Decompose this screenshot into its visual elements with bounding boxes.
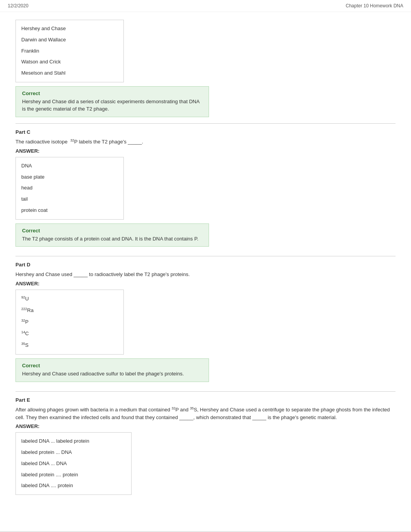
main-content: Hershey and Chase Darwin and Wallace Fra… (0, 12, 411, 520)
list-item[interactable]: 14C (16, 328, 123, 339)
list-item[interactable]: base plate (16, 172, 123, 183)
list-item[interactable]: 222Ra (16, 305, 123, 316)
parte-question-pre: After allowing phages grown with bacteri… (15, 407, 170, 413)
partd-answer-label: ANSWER: (15, 281, 396, 286)
parte-sup2: 35 (190, 406, 194, 410)
partb-answer-box: Hershey and Chase Darwin and Wallace Fra… (15, 20, 124, 82)
partd-correct-text: Hershey and Chase used radioactive sulfu… (22, 370, 202, 378)
partd-correct-label: Correct (22, 363, 202, 368)
page-title: Chapter 10 Homework DNA (346, 3, 403, 9)
parte-answer-label: ANSWER: (15, 423, 396, 429)
list-item[interactable]: labeled DNA .... protein (16, 480, 131, 491)
partc-question: The radioactive isotope 32P labels the T… (15, 138, 396, 146)
partc-super: 32 (70, 139, 74, 145)
list-item[interactable]: Darwin and Wallace (16, 34, 123, 46)
parte-section: Part E After allowing phages grown with … (15, 391, 396, 495)
partc-correct-box: Correct The T2 phage consists of a prote… (15, 223, 209, 247)
partd-answer-box: 92U 222Ra 32P 14C 35S (15, 290, 124, 355)
list-item[interactable]: labeled DNA ... labeled protein (16, 436, 131, 447)
parte-label: Part E (15, 397, 396, 403)
partd-section: Part D Hershey and Chase used _____ to r… (15, 256, 396, 382)
partd-question: Hershey and Chase used _____ to radioact… (15, 271, 396, 278)
parte-answer-box: labeled DNA ... labeled protein labeled … (15, 432, 132, 495)
list-item[interactable]: tail (16, 194, 123, 205)
list-item[interactable]: Hershey and Chase (16, 23, 123, 34)
partd-correct-box: Correct Hershey and Chase used radioacti… (15, 358, 209, 382)
date-label: 12/2/2020 (8, 3, 28, 9)
list-item[interactable]: Meselson and Stahl (16, 68, 123, 79)
list-item[interactable]: Watson and Crick (16, 56, 123, 68)
list-item[interactable]: 35S (16, 339, 123, 351)
list-item[interactable]: 32P (16, 316, 123, 328)
list-item[interactable]: labeled protein .... protein (16, 469, 131, 481)
partc-answer-label: ANSWER: (15, 148, 396, 154)
partc-label: Part C (15, 129, 396, 135)
partc-correct-text: The T2 phage consists of a protein coat … (22, 235, 202, 243)
list-item[interactable]: DNA (16, 160, 123, 172)
partb-correct-label: Correct (22, 90, 202, 96)
partb-correct-box: Correct Hershey and Chase did a series o… (15, 86, 209, 117)
partc-correct-label: Correct (22, 228, 202, 234)
list-item[interactable]: Franklin (16, 46, 123, 57)
partb-section: Hershey and Chase Darwin and Wallace Fra… (15, 20, 396, 117)
partc-section: Part C The radioactive isotope 32P label… (15, 123, 396, 247)
list-item[interactable]: 92U (16, 293, 123, 305)
top-bar: 12/2/2020 Chapter 10 Homework DNA (0, 0, 411, 12)
list-item[interactable]: labeled protein ... DNA (16, 447, 131, 458)
partc-answer-box: DNA base plate head tail protein coat (15, 157, 124, 220)
partc-question-pre: The radioactive isotope (15, 139, 67, 145)
partd-label: Part D (15, 262, 396, 268)
list-item[interactable]: labeled DNA ... DNA (16, 458, 131, 469)
parte-sup1: 32 (171, 406, 175, 410)
list-item[interactable]: head (16, 182, 123, 194)
partb-correct-text: Hershey and Chase did a series of classi… (22, 98, 202, 113)
list-item[interactable]: protein coat (16, 205, 123, 216)
parte-question: After allowing phages grown with bacteri… (15, 406, 396, 421)
